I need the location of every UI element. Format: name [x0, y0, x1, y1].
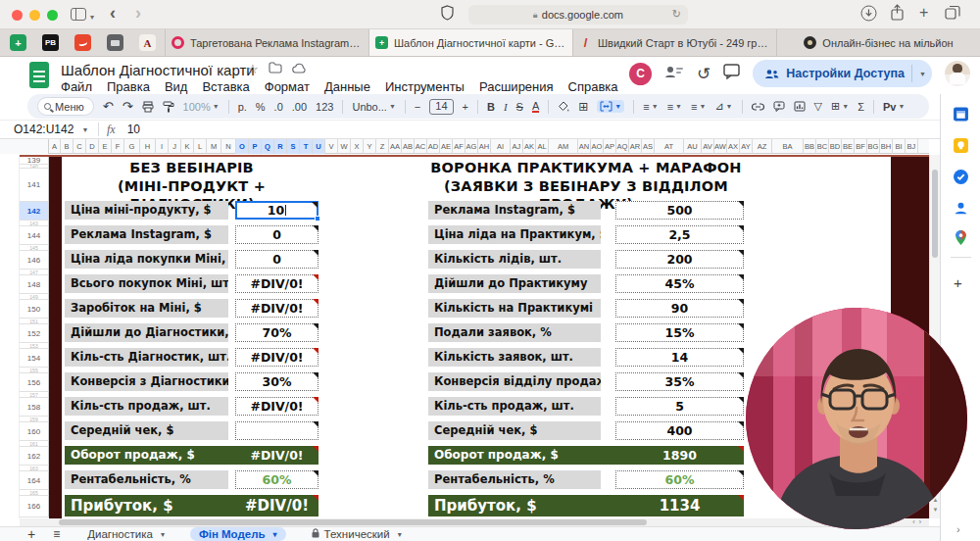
menu-item[interactable]: Вид: [165, 79, 188, 94]
fill-handle[interactable]: [315, 216, 320, 221]
share-dropdown-icon[interactable]: ▼: [919, 71, 926, 77]
column-header-S[interactable]: S: [287, 139, 300, 154]
column-header-N[interactable]: N: [221, 139, 236, 154]
menu-item[interactable]: Инструменты: [385, 79, 465, 94]
summary-row[interactable]: Оборот продаж, $1890: [428, 446, 744, 465]
forward-button[interactable]: ›: [135, 4, 141, 22]
sheet-tab-диагностика[interactable]: Диагностика: [87, 528, 165, 540]
collaborator-avatar[interactable]: C: [629, 63, 652, 85]
column-header-F[interactable]: F: [112, 139, 124, 154]
chevron-down-icon[interactable]: ▾: [90, 9, 94, 26]
column-header-BD[interactable]: BD: [829, 139, 842, 154]
column-header-AF[interactable]: AF: [453, 139, 466, 154]
column-header-AL[interactable]: AL: [536, 139, 549, 154]
menu-item[interactable]: Справка: [568, 79, 618, 94]
menu-item[interactable]: Данные: [324, 79, 370, 94]
share-settings-button[interactable]: Настройки Доступа ▼: [753, 60, 932, 87]
column-header-J[interactable]: J: [169, 139, 181, 154]
font-size-input[interactable]: 14: [429, 99, 453, 115]
column-header-AH[interactable]: AH: [478, 139, 491, 154]
cell-label[interactable]: Реклама Instagram, $: [428, 201, 601, 220]
row-header-141[interactable]: 141: [20, 169, 49, 202]
column-header-AS[interactable]: AS: [642, 139, 655, 154]
cell-value[interactable]: 0: [235, 250, 318, 269]
increase-font-size-button[interactable]: +: [463, 101, 468, 113]
undo-button[interactable]: ↶: [103, 99, 114, 114]
maps-icon[interactable]: [953, 229, 969, 246]
name-box[interactable]: O142:U142▼: [0, 123, 90, 136]
browser-tab[interactable]: Онлайн-бізнес на мільйон: [776, 29, 980, 56]
column-header-W[interactable]: W: [338, 139, 351, 154]
cell-label[interactable]: Ціна міні-продукту, $: [65, 201, 228, 220]
calendar-icon[interactable]: [953, 106, 969, 123]
strikethrough-button[interactable]: S: [516, 101, 523, 113]
cell-label[interactable]: Кількість на Практикумі: [428, 299, 601, 318]
insert-link-button[interactable]: [752, 103, 764, 111]
menu-item[interactable]: Расширения: [479, 79, 554, 94]
column-header-BG[interactable]: BG: [867, 139, 880, 154]
cell-value[interactable]: #DIV/0!: [235, 348, 318, 367]
crest-favicon[interactable]: A: [139, 34, 156, 51]
column-header-A[interactable]: A: [49, 139, 61, 154]
cell-value[interactable]: 14: [615, 348, 744, 367]
all-sheets-icon[interactable]: ≡: [53, 527, 60, 541]
share-icon[interactable]: [890, 4, 905, 25]
percent-format-button[interactable]: %: [256, 101, 266, 113]
version-history-icon[interactable]: ↺: [697, 64, 710, 84]
browser-tab[interactable]: Шаблон Діагностичної карти - Googl...: [368, 29, 572, 56]
column-header-AD[interactable]: AD: [427, 139, 440, 154]
column-header-AE[interactable]: AE: [440, 139, 453, 154]
tab-overview-icon[interactable]: [945, 5, 960, 24]
user-avatar[interactable]: [945, 61, 970, 86]
merge-cells-button[interactable]: ▼: [597, 100, 624, 113]
privacy-shield-icon[interactable]: [441, 5, 454, 25]
row-header-142[interactable]: 142: [20, 202, 49, 221]
browser-tab[interactable]: Таргетована Реклама Instagram та Y...: [165, 29, 368, 56]
add-sheet-button[interactable]: +: [27, 526, 35, 541]
column-header-AO[interactable]: AO: [591, 139, 604, 154]
row-header-139[interactable]: 139: [20, 157, 49, 165]
column-header-BA[interactable]: BA: [772, 139, 804, 154]
borders-button[interactable]: ⊞: [578, 100, 588, 114]
cell-value[interactable]: 15%: [615, 323, 744, 342]
cell-value[interactable]: #DIV/0!: [235, 397, 318, 416]
document-title[interactable]: Шаблон Діагностичної карти: [61, 62, 255, 78]
pv-button[interactable]: Pv▼: [883, 101, 905, 113]
cell-label[interactable]: Дійшли до Практикуму: [428, 274, 601, 293]
cell-label[interactable]: Кіль-сть Діагностик, шт.: [65, 348, 228, 367]
swoosh-favicon[interactable]: [74, 34, 91, 51]
column-header-P[interactable]: P: [249, 139, 262, 154]
sheet-tab-фін-модель[interactable]: Фін Модель: [190, 527, 286, 541]
row-header-148[interactable]: 148: [20, 275, 49, 294]
column-header-BJ[interactable]: BJ: [906, 139, 918, 154]
column-header-M[interactable]: M: [207, 139, 221, 154]
column-header-BB[interactable]: BB: [804, 139, 816, 154]
cell-value[interactable]: 60%: [615, 470, 744, 489]
close-window-button[interactable]: [12, 10, 23, 21]
cell-label[interactable]: Кіль-сть продаж, шт.: [428, 397, 601, 416]
row-header-166[interactable]: 166: [20, 496, 49, 517]
cell-value[interactable]: 35%: [615, 372, 744, 391]
column-header-AX[interactable]: AX: [727, 139, 740, 154]
number-format-button[interactable]: 123: [316, 101, 333, 113]
column-header-I[interactable]: I: [156, 139, 169, 154]
cell-value[interactable]: 45%: [615, 274, 744, 293]
horizontal-align-button[interactable]: ≡▼: [643, 101, 658, 113]
column-header-AT[interactable]: AT: [655, 139, 684, 154]
menu-item[interactable]: Файл: [61, 79, 92, 94]
column-header-AM[interactable]: AM: [549, 139, 578, 154]
cell-label[interactable]: Кіль-сть продаж, шт.: [65, 397, 228, 416]
decrease-decimals-button[interactable]: .0: [274, 101, 283, 113]
pb-favicon[interactable]: PB: [42, 34, 59, 51]
column-header-C[interactable]: C: [74, 139, 86, 154]
cell-label[interactable]: Кількість заявок, шт.: [428, 348, 601, 367]
cell-value[interactable]: 90: [615, 299, 744, 318]
address-bar[interactable]: 🔒︎ docs.google.com ↻: [468, 5, 688, 25]
column-header-BH[interactable]: BH: [880, 139, 893, 154]
horizontal-scroll-arrows[interactable]: ‹›: [912, 518, 925, 526]
column-header-BI[interactable]: BI: [893, 139, 906, 154]
column-header-AC[interactable]: AC: [415, 139, 427, 154]
column-header-T[interactable]: T: [300, 139, 313, 154]
chevron-right-icon[interactable]: ›: [956, 523, 960, 535]
row-header-156[interactable]: 156: [20, 373, 49, 392]
